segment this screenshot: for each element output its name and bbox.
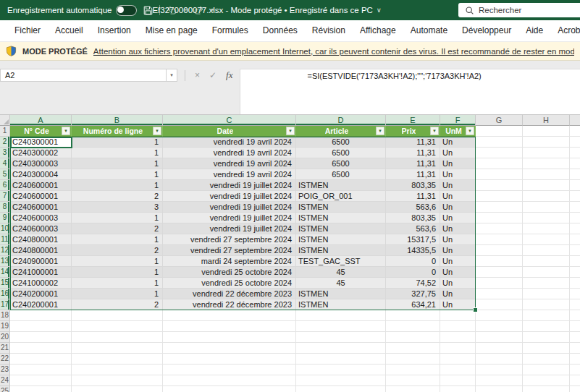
cell-I21[interactable] xyxy=(570,343,580,354)
filter-button-D[interactable]: ▼ xyxy=(376,127,384,135)
cell-D12[interactable]: ISTMEN xyxy=(296,245,386,256)
cell-F15[interactable]: Un xyxy=(440,278,476,289)
cell-G5[interactable] xyxy=(476,169,523,180)
cell-A23[interactable] xyxy=(10,365,72,375)
cell-G2[interactable] xyxy=(476,137,523,148)
cell-E22[interactable] xyxy=(386,354,440,365)
cell-B15[interactable]: 1 xyxy=(72,278,163,289)
cell-A12[interactable]: C240800001 xyxy=(10,245,72,256)
cell-F22[interactable] xyxy=(440,354,476,365)
cell-E8[interactable]: 563,6 xyxy=(386,202,440,213)
cell-C7[interactable]: vendredi 19 juillet 2024 xyxy=(163,191,296,202)
cell-B3[interactable]: 1 xyxy=(72,148,163,158)
cell-H21[interactable] xyxy=(523,343,570,354)
cell-E16[interactable]: 327,75 xyxy=(386,289,440,299)
row-header-18[interactable]: 18 xyxy=(0,310,10,321)
cell-C5[interactable]: vendredi 19 avril 2024 xyxy=(163,169,296,180)
cell-C20[interactable] xyxy=(163,332,296,343)
cell-H1[interactable] xyxy=(523,126,570,137)
cell-F16[interactable]: Un xyxy=(440,289,476,299)
cell-C19[interactable] xyxy=(163,321,296,332)
select-all-corner[interactable] xyxy=(0,115,10,126)
cell-D23[interactable] xyxy=(296,365,386,375)
cell-G14[interactable] xyxy=(476,267,523,278)
cell-C16[interactable]: vendredi 22 décembre 2023 xyxy=(163,289,296,299)
cell-B2[interactable]: 1 xyxy=(72,137,163,148)
cancel-icon[interactable]: × xyxy=(195,69,200,82)
cell-D17[interactable]: ISTMEN xyxy=(296,299,386,310)
cell-I6[interactable] xyxy=(570,180,580,191)
cell-D8[interactable]: ISTMEN xyxy=(296,202,386,213)
table-header-F[interactable]: UnM▼ xyxy=(440,126,476,137)
cell-A13[interactable]: C240900001 xyxy=(10,256,72,267)
cell-H10[interactable] xyxy=(523,223,570,234)
cell-E7[interactable]: 11,31 xyxy=(386,191,440,202)
ribbon-tab-formules[interactable]: Formules xyxy=(205,20,256,41)
cell-G15[interactable] xyxy=(476,278,523,289)
cell-G6[interactable] xyxy=(476,180,523,191)
column-header-E[interactable]: E xyxy=(386,115,440,126)
cell-B21[interactable] xyxy=(72,343,163,354)
ribbon-tab-r-vision[interactable]: Révision xyxy=(305,20,353,41)
cell-E18[interactable] xyxy=(386,310,440,321)
cell-C6[interactable]: vendredi 19 juillet 2024 xyxy=(163,180,296,191)
cell-E2[interactable]: 11,31 xyxy=(386,137,440,148)
cell-A11[interactable]: C240800001 xyxy=(10,234,72,245)
filter-button-F[interactable]: ▼ xyxy=(466,127,474,135)
row-header-22[interactable]: 22 xyxy=(0,354,10,365)
cell-H16[interactable] xyxy=(523,289,570,299)
cell-H13[interactable] xyxy=(523,256,570,267)
cell-B5[interactable]: 1 xyxy=(72,169,163,180)
ribbon-tab-insertion[interactable]: Insertion xyxy=(91,20,138,41)
cell-I17[interactable] xyxy=(570,299,580,310)
cell-B18[interactable] xyxy=(72,310,163,321)
protected-mode-message-link[interactable]: Attention aux fichiers provenant d'un em… xyxy=(93,47,574,56)
row-header-24[interactable]: 24 xyxy=(0,375,10,386)
cell-H12[interactable] xyxy=(523,245,570,256)
cell-E5[interactable]: 11,31 xyxy=(386,169,440,180)
cell-H5[interactable] xyxy=(523,169,570,180)
cell-G13[interactable] xyxy=(476,256,523,267)
cell-G1[interactable] xyxy=(476,126,523,137)
cell-F8[interactable]: Un xyxy=(440,202,476,213)
search-box[interactable]: Rechercher xyxy=(458,3,580,17)
cell-I1[interactable] xyxy=(570,126,580,137)
cell-A16[interactable]: C240200001 xyxy=(10,289,72,299)
cell-H14[interactable] xyxy=(523,267,570,278)
cell-H20[interactable] xyxy=(523,332,570,343)
cell-A19[interactable] xyxy=(10,321,72,332)
cell-B16[interactable]: 1 xyxy=(72,289,163,299)
cell-G11[interactable] xyxy=(476,234,523,245)
cell-H8[interactable] xyxy=(523,202,570,213)
column-header-A[interactable]: A xyxy=(10,115,72,126)
cell-A5[interactable]: C240300004 xyxy=(10,169,72,180)
cell-D19[interactable] xyxy=(296,321,386,332)
cell-A7[interactable]: C240600001 xyxy=(10,191,72,202)
cell-D13[interactable]: TEST_GAC_SST xyxy=(296,256,386,267)
cell-F20[interactable] xyxy=(440,332,476,343)
table-header-B[interactable]: Numéro de ligne▼ xyxy=(72,126,163,137)
cell-A18[interactable] xyxy=(10,310,72,321)
row-header-25[interactable]: 25 xyxy=(0,386,10,392)
row-header-8[interactable]: 8 xyxy=(0,202,10,213)
cell-E19[interactable] xyxy=(386,321,440,332)
cell-D7[interactable]: POIG_OR_001 xyxy=(296,191,386,202)
cell-B17[interactable]: 2 xyxy=(72,299,163,310)
cell-A21[interactable] xyxy=(10,343,72,354)
cell-D18[interactable] xyxy=(296,310,386,321)
cell-D24[interactable] xyxy=(296,375,386,386)
cell-B7[interactable]: 2 xyxy=(72,191,163,202)
cell-B4[interactable]: 1 xyxy=(72,158,163,169)
cell-C18[interactable] xyxy=(163,310,296,321)
cell-E9[interactable]: 803,35 xyxy=(386,213,440,223)
cell-A14[interactable]: C241000001 xyxy=(10,267,72,278)
cell-I16[interactable] xyxy=(570,289,580,299)
cell-F3[interactable]: Un xyxy=(440,148,476,158)
cell-A24[interactable] xyxy=(10,375,72,386)
cell-F14[interactable]: Un xyxy=(440,267,476,278)
cell-E6[interactable]: 803,35 xyxy=(386,180,440,191)
cell-C11[interactable]: vendredi 27 septembre 2024 xyxy=(163,234,296,245)
row-header-13[interactable]: 13 xyxy=(0,256,10,267)
enter-icon[interactable]: ✓ xyxy=(209,69,217,82)
cell-F12[interactable]: Un xyxy=(440,245,476,256)
